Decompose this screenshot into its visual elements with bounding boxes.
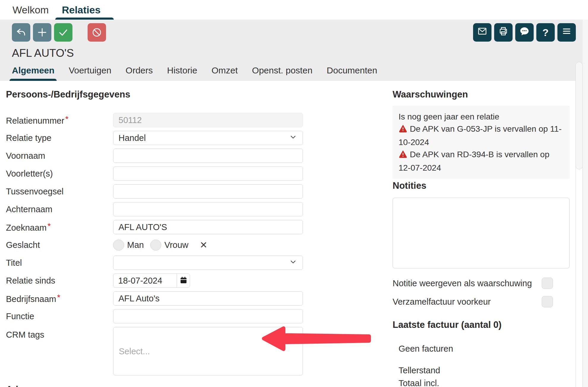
field-row-functie: Functie [6, 309, 303, 323]
field-label: Voorletter(s) [6, 169, 113, 179]
crm-tags-multiselect[interactable]: Select... [113, 327, 303, 375]
field-label: Relatie sinds [6, 276, 113, 286]
plus-icon [36, 26, 48, 38]
section-heading-adres: Adres gegevens [6, 384, 77, 387]
warning-line: De APK van RD-394-B is vervallen op 12-0… [399, 148, 564, 174]
field-label: Titel [6, 258, 113, 268]
page-title: AFL AUTO'S [12, 47, 74, 59]
tab-relaties-label: Relaties [62, 4, 100, 16]
required-asterisk: * [57, 293, 60, 302]
field-row-relatie-sinds: Relatie sinds 18-07-2024 [6, 273, 303, 288]
geslacht-vrouw-radio[interactable] [150, 240, 161, 251]
warning-triangle-icon [399, 124, 407, 136]
note-warning-row: Notitie weergeven als waarschuwing [393, 277, 570, 289]
field-label: Functie [6, 312, 113, 321]
printer-icon [497, 25, 509, 40]
zoeknaam-input[interactable] [113, 220, 303, 234]
geen-facturen-text: Geen facturen [399, 344, 570, 354]
calendar-icon [179, 276, 188, 286]
field-row-relatie-type: Relatie type Handel [6, 131, 303, 145]
utility-buttons: ? [473, 23, 578, 42]
relatie-sinds-date-field[interactable]: 18-07-2024 [113, 273, 190, 288]
field-row-zoeknaam: Zoeknaam* [6, 220, 303, 234]
record-tab-bar: Algemeen Voertuigen Orders Historie Omze… [12, 65, 377, 81]
chat-bubble-icon [519, 25, 530, 40]
checkmark-icon [57, 26, 69, 38]
email-button[interactable] [473, 23, 491, 42]
relatie-type-select[interactable]: Handel [113, 131, 303, 145]
functie-input[interactable] [113, 309, 303, 323]
confirm-button[interactable] [54, 23, 72, 42]
undo-arrow-icon [15, 26, 27, 38]
tab-orders-label: Orders [126, 65, 153, 75]
tussenvoegsel-input[interactable] [113, 184, 303, 199]
tab-historie-label: Historie [167, 65, 197, 75]
note-warning-checkbox[interactable] [542, 278, 553, 289]
field-label: Achternaam [6, 204, 113, 214]
field-label: Geslacht [6, 240, 113, 250]
print-button[interactable] [494, 23, 513, 42]
bedrijfsnaam-input[interactable] [113, 291, 303, 306]
geslacht-vrouw-label: Vrouw [164, 240, 188, 250]
field-label: Voornaam [6, 151, 113, 161]
laatste-factuur-heading: Laatste factuur (aantal 0) [393, 320, 570, 330]
calendar-button[interactable] [177, 274, 190, 287]
tab-voertuigen[interactable]: Voertuigen [69, 65, 111, 81]
warning-line: Is nog geen jaar een relatie [399, 111, 564, 123]
tab-welkom-label: Welkom [12, 4, 49, 16]
field-row-geslacht: Geslacht Man Vrouw ✕ [6, 238, 303, 252]
tab-openst-posten[interactable]: Openst. posten [252, 65, 312, 81]
field-row-voorletters: Voorletter(s) [6, 166, 303, 181]
back-button[interactable] [12, 23, 30, 42]
geslacht-man-radio[interactable] [113, 240, 124, 251]
vertical-scrollbar-thumb[interactable] [576, 62, 583, 169]
toolbar-header: ? AFL AUTO'S Algemeen Voertuigen Orders … [0, 20, 583, 81]
ban-icon [91, 26, 103, 38]
field-label: Relatie type [6, 133, 113, 143]
field-label: CRM tags [6, 330, 113, 340]
tab-welkom[interactable]: Welkom [6, 0, 55, 20]
field-label: Tussenvoegsel [6, 187, 113, 196]
field-row-bedrijfsnaam: Bedrijfsnaam* [6, 291, 303, 306]
envelope-icon [476, 25, 488, 40]
notities-textarea[interactable] [393, 198, 570, 268]
collective-invoice-label: Verzamelfactuur voorkeur [393, 297, 491, 307]
voorletters-input[interactable] [113, 166, 303, 181]
help-button[interactable]: ? [536, 23, 555, 42]
achternaam-input[interactable] [113, 202, 303, 216]
hamburger-icon [561, 25, 573, 40]
question-mark-icon: ? [543, 27, 549, 38]
tab-orders[interactable]: Orders [126, 65, 153, 81]
chevron-down-icon [289, 133, 298, 144]
field-label: Zoeknaam* [6, 221, 113, 233]
app-window: Welkom Relaties [0, 0, 588, 387]
tab-historie[interactable]: Historie [167, 65, 197, 81]
titel-select[interactable] [113, 256, 303, 270]
chevron-down-icon [289, 257, 298, 268]
add-button[interactable] [33, 23, 51, 42]
side-panel: Waarschuwingen Is nog geen jaar een rela… [393, 89, 570, 387]
field-label: Bedrijfsnaam* [6, 293, 113, 304]
tab-relaties[interactable]: Relaties [55, 0, 107, 20]
warning-line: De APK van G-053-JP is vervallen op 11-1… [399, 123, 564, 148]
tab-omzet[interactable]: Omzet [211, 65, 238, 81]
collective-invoice-checkbox[interactable] [542, 296, 553, 307]
chat-button[interactable] [515, 23, 534, 42]
tab-documenten-label: Documenten [327, 65, 377, 75]
tab-documenten[interactable]: Documenten [327, 65, 377, 81]
notities-heading: Notities [393, 180, 570, 191]
clear-gender-icon[interactable]: ✕ [200, 240, 208, 250]
tab-algemeen[interactable]: Algemeen [12, 65, 54, 81]
cancel-button[interactable] [88, 23, 106, 42]
voornaam-input[interactable] [113, 149, 303, 163]
collective-invoice-row: Verzamelfactuur voorkeur [393, 296, 570, 308]
field-row-crm-tags: CRM tags Select... [6, 327, 303, 375]
menu-button[interactable] [557, 23, 576, 42]
required-asterisk: * [65, 114, 69, 124]
tab-openst-posten-label: Openst. posten [252, 65, 312, 75]
tab-voertuigen-label: Voertuigen [69, 65, 111, 75]
relatienummer-input [113, 113, 303, 127]
relatie-sinds-value: 18-07-2024 [113, 274, 177, 287]
tab-omzet-label: Omzet [211, 65, 238, 75]
warnings-box: Is nog geen jaar een relatie De APK van … [393, 106, 570, 179]
